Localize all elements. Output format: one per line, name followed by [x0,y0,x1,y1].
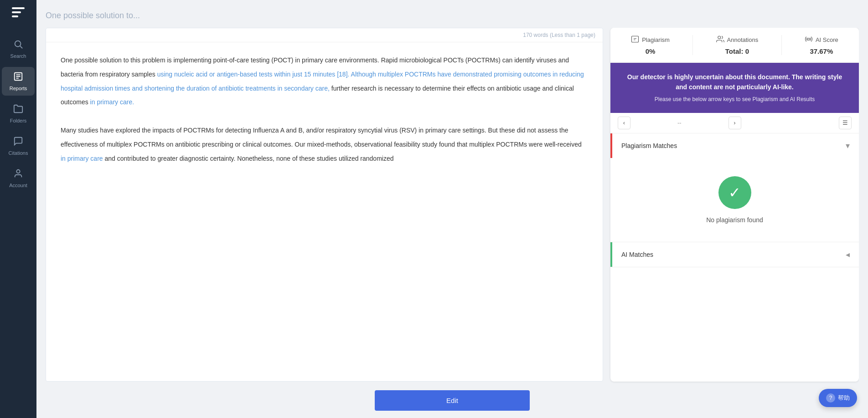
plagiarism-stat: Plagiarism 0% [631,35,670,55]
svg-point-9 [16,170,20,173]
svg-point-3 [15,41,21,47]
account-icon [13,168,23,181]
sidebar-item-account[interactable]: Account [2,164,35,193]
logo-button[interactable] [12,7,25,20]
alert-box: Our detector is highly uncertain about t… [610,63,859,113]
svg-rect-10 [632,36,639,42]
next-button[interactable]: › [728,117,741,129]
sidebar: Search Reports Folders Citations [0,0,36,418]
ai-score-value: 37.67% [810,47,833,55]
prev-button[interactable]: ‹ [618,117,630,129]
ai-score-stat: AI Score 37.67% [805,35,838,55]
plagiarism-value: 0% [646,47,656,55]
sidebar-item-folders[interactable]: Folders [2,99,35,128]
alert-main-text: Our detector is highly uncertain about t… [621,72,848,92]
no-plagiarism-area: ✓ No plagiarism found [610,158,859,242]
sidebar-item-label: Folders [10,118,27,123]
plagiarism-section-header[interactable]: Plagiarism Matches ▾ [610,133,859,158]
sidebar-item-label: Search [10,53,26,59]
edit-button[interactable]: Edit [375,390,530,411]
ai-section-header[interactable]: AI Matches ◂ [610,242,859,267]
search-icon [13,39,23,51]
annotations-stat: Annotations Total: 0 [716,35,759,55]
word-count: 170 words (Less than 1 page) [523,32,595,38]
help-button[interactable]: ? 帮助 [819,389,857,407]
sidebar-item-label: Account [9,183,27,188]
ai-score-icon [805,35,813,45]
svg-rect-2 [12,15,18,17]
sidebar-item-reports[interactable]: Reports [2,67,35,96]
sidebar-item-label: Citations [9,150,28,156]
nav-bar: ‹ -- › ☰ [610,113,859,133]
nav-counter: -- [634,119,725,126]
help-icon: ? [826,393,835,403]
alert-sub-text: Please use the below arrow keys to see P… [621,95,848,104]
ai-chevron: ◂ [846,250,850,260]
check-circle-icon: ✓ [718,176,751,209]
plagiarism-chevron: ▾ [846,141,850,151]
sidebar-item-search[interactable]: Search [2,35,35,63]
annotations-label: Annotations [727,36,759,43]
help-label: 帮助 [838,394,850,402]
svg-point-11 [718,36,720,39]
document-content: One possible solution to this problem is… [46,42,603,381]
plagiarism-icon [631,35,639,45]
citations-icon [13,136,23,148]
ai-section: AI Matches ◂ [610,242,859,267]
ai-score-label: AI Score [816,36,838,43]
svg-point-12 [808,38,810,41]
sidebar-item-label: Reports [10,86,27,91]
no-plagiarism-text: No plagiarism found [706,216,763,224]
svg-line-4 [20,46,22,48]
plagiarism-section: Plagiarism Matches ▾ ✓ No plagiarism fou… [610,133,859,242]
folders-icon [13,104,23,116]
ai-section-title: AI Matches [621,251,846,258]
nav-menu-button[interactable]: ☰ [839,117,852,129]
document-title: One possible solution to... [46,11,859,20]
reports-icon [13,71,23,84]
annotations-value: Total: 0 [725,47,749,55]
document-viewer: 170 words (Less than 1 page) One possibl… [46,28,603,382]
plagiarism-section-title: Plagiarism Matches [621,142,846,149]
plagiarism-label: Plagiarism [642,36,670,43]
svg-rect-0 [12,7,25,9]
sidebar-item-citations[interactable]: Citations [2,132,35,160]
svg-rect-1 [12,11,21,13]
stats-bar: Plagiarism 0% [610,28,859,63]
annotations-icon [716,35,724,45]
